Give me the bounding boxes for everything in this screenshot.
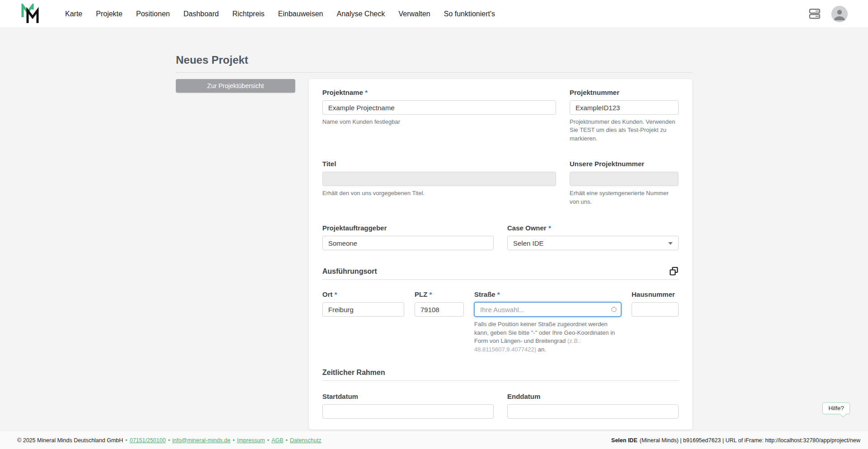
enddatum-label: Enddatum [507, 393, 679, 400]
startdatum-label: Startdatum [322, 393, 494, 400]
page-title: Neues Projekt [176, 54, 692, 73]
footer-user: Selen IDE [611, 437, 637, 444]
ort-input[interactable] [322, 302, 404, 317]
projektname-input[interactable] [322, 100, 556, 115]
ausfuehrungsort-title: Ausführungsort [322, 267, 377, 276]
strasse-label: Straße * [474, 290, 621, 298]
strasse-input[interactable] [474, 302, 621, 317]
copy-icon[interactable] [669, 267, 679, 276]
unsere-projektnummer-input [570, 172, 679, 186]
hausnummer-input[interactable] [632, 302, 679, 317]
unsere-projektnummer-label: Unsere Projektnummer [570, 160, 679, 168]
section-ausfuehrungsort: Ausführungsort [322, 267, 679, 280]
case-owner-value: Selen IDE [513, 239, 544, 247]
required-asterisk: * [429, 290, 432, 298]
chevron-down-icon [668, 242, 673, 245]
titel-label: Titel [322, 160, 556, 168]
server-icon[interactable] [809, 8, 821, 20]
titel-input [322, 172, 556, 186]
field-startdatum: Startdatum [322, 393, 494, 419]
field-projektname: Projektname * Name vom Kunden festlegbar [322, 89, 556, 143]
projektauftraggeber-input[interactable] [322, 236, 494, 250]
titel-helper: Erhält den von uns vorgegebenen Titel. [322, 189, 556, 197]
projektname-helper: Name vom Kunden festlegbar [322, 118, 556, 126]
user-avatar[interactable] [831, 6, 848, 22]
projektnummer-helper: Projektnummer des Kunden. Verwenden Sie … [570, 118, 679, 143]
phone-link[interactable]: 07151/250100 [130, 437, 166, 444]
projektauftraggeber-label: Projektauftraggeber [322, 224, 494, 232]
field-case-owner: Case Owner * Selen IDE [507, 224, 679, 250]
plz-input[interactable] [415, 302, 464, 317]
nav-item-analyse-check[interactable]: Analyse Check [337, 10, 385, 18]
main-nav: Karte Projekte Positionen Dashboard Rich… [65, 10, 495, 18]
nav-item-so-funktionierts[interactable]: So funktioniert's [444, 10, 495, 18]
required-asterisk: * [548, 224, 551, 232]
field-enddatum: Enddatum [507, 393, 679, 419]
case-owner-label: Case Owner * [507, 224, 679, 232]
field-strasse: Straße * [474, 290, 621, 317]
projektname-label: Projektname * [322, 89, 556, 96]
loading-spinner-icon [611, 307, 617, 312]
field-projektnummer: Projektnummer Projektnummer des Kunden. … [570, 89, 679, 143]
required-asterisk: * [365, 89, 368, 96]
impressum-link[interactable]: Impressum [237, 437, 265, 444]
case-owner-select[interactable]: Selen IDE [507, 236, 679, 250]
field-titel: Titel Erhält den von uns vorgegebenen Ti… [322, 160, 556, 206]
nav-item-dashboard[interactable]: Dashboard [184, 10, 219, 18]
top-nav: Karte Projekte Positionen Dashboard Rich… [0, 0, 868, 28]
strasse-helper: Falls die Position keiner Straße zugeord… [474, 320, 621, 354]
project-form-card: Projektname * Name vom Kunden festlegbar… [309, 79, 692, 430]
copyright-text: © 2025 Mineral Minds Deutschland GmbH [17, 437, 123, 444]
projektnummer-input[interactable] [570, 100, 679, 115]
nav-item-verwalten[interactable]: Verwalten [398, 10, 430, 18]
help-button[interactable]: Hilfe? [822, 402, 850, 414]
startdatum-input[interactable] [322, 404, 494, 419]
field-unsere-projektnummer: Unsere Projektnummer Erhält eine systemg… [570, 160, 679, 206]
back-to-project-overview-button[interactable]: Zur Projektübersicht [176, 79, 295, 93]
required-asterisk: * [497, 290, 500, 298]
unsere-projektnummer-helper: Erhält eine systemgenerierte Nummer von … [570, 189, 679, 206]
footer-session-info: (Mineral Minds) | b91695ed7623 | URL of … [640, 437, 860, 444]
zeitlicher-rahmen-title: Zeitlicher Rahmen [322, 369, 679, 377]
hausnummer-label: Hausnummer [632, 290, 679, 298]
mineral-minds-logo[interactable] [21, 4, 41, 24]
datenschutz-link[interactable]: Datenschutz [290, 437, 321, 444]
nav-item-richtpreis[interactable]: Richtpreis [232, 10, 264, 18]
field-projektauftraggeber: Projektauftraggeber [322, 224, 494, 250]
field-plz: PLZ * [415, 290, 464, 317]
field-hausnummer: Hausnummer [632, 290, 679, 317]
nav-item-karte[interactable]: Karte [65, 10, 82, 18]
plz-label: PLZ * [415, 290, 464, 298]
enddatum-input[interactable] [507, 404, 679, 419]
agb-link[interactable]: AGB [271, 437, 283, 444]
nav-item-positionen[interactable]: Positionen [136, 10, 170, 18]
section-zeitlicher-rahmen: Zeitlicher Rahmen [322, 369, 679, 381]
required-asterisk: * [335, 290, 337, 298]
field-ort: Ort * [322, 290, 404, 317]
email-link[interactable]: info@mineral-minds.de [172, 437, 231, 444]
nav-item-einbauweisen[interactable]: Einbauweisen [278, 10, 323, 18]
ort-label: Ort * [322, 290, 404, 298]
projektnummer-label: Projektnummer [570, 89, 679, 96]
nav-item-projekte[interactable]: Projekte [96, 10, 123, 18]
footer: © 2025 Mineral Minds Deutschland GmbH • … [0, 431, 868, 449]
